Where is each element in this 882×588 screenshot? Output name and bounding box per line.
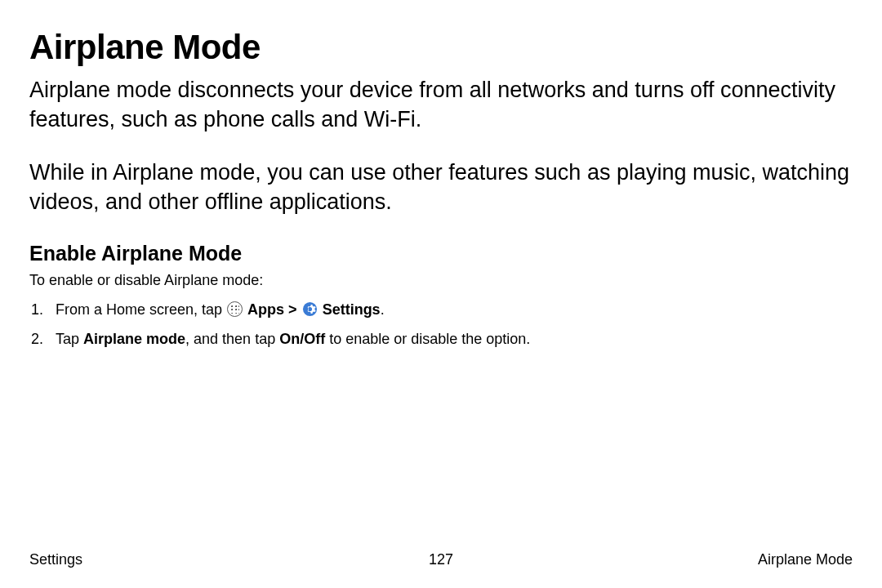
section-intro: To enable or disable Airplane mode: — [29, 272, 853, 289]
page-title: Airplane Mode — [29, 28, 853, 67]
apps-icon — [227, 301, 243, 317]
step-2-post: to enable or disable the option. — [325, 331, 530, 347]
step-1-post: . — [381, 301, 385, 318]
footer-right: Airplane Mode — [758, 551, 853, 568]
footer-left: Settings — [29, 551, 82, 568]
settings-icon — [302, 301, 318, 317]
step-2-mid: , and then tap — [185, 331, 279, 347]
steps-list: From a Home screen, tap Apps > Settings.… — [29, 299, 853, 350]
section-heading: Enable Airplane Mode — [29, 242, 853, 265]
step-2: Tap Airplane mode, and then tap On/Off t… — [47, 328, 853, 350]
step-1-settings-label: Settings — [323, 301, 381, 318]
step-2-pre: Tap — [56, 331, 83, 347]
page-footer: Settings 127 Airplane Mode — [29, 551, 853, 568]
step-1-apps-label: Apps — [247, 301, 284, 318]
step-2-bold-2: On/Off — [279, 331, 325, 347]
step-2-bold-1: Airplane mode — [83, 331, 185, 347]
footer-page-number: 127 — [429, 551, 453, 568]
intro-paragraph-1: Airplane mode disconnects your device fr… — [29, 75, 853, 135]
step-1-separator: > — [284, 301, 301, 318]
intro-paragraph-2: While in Airplane mode, you can use othe… — [29, 158, 853, 217]
step-1: From a Home screen, tap Apps > Settings. — [47, 299, 853, 320]
step-1-pre: From a Home screen, tap — [56, 301, 226, 318]
